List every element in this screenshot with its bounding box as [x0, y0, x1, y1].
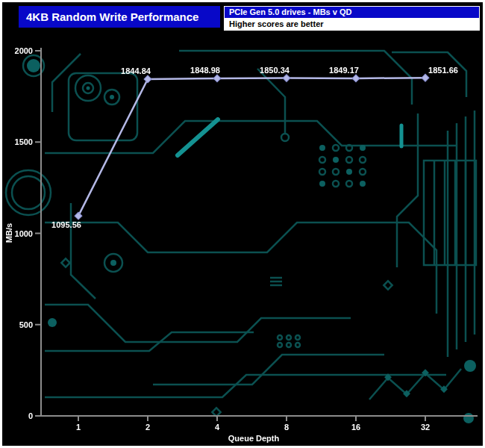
chart-title-banner: 4KB Random Write Performance	[19, 6, 220, 28]
svg-text:1000: 1000	[15, 229, 33, 238]
svg-text:1: 1	[76, 423, 81, 432]
svg-text:4: 4	[215, 423, 220, 432]
svg-text:1500: 1500	[15, 137, 33, 146]
svg-text:2000: 2000	[15, 46, 33, 55]
svg-text:1849.17: 1849.17	[329, 66, 359, 75]
svg-text:Queue Depth: Queue Depth	[228, 434, 280, 443]
svg-text:16: 16	[351, 423, 360, 432]
svg-text:8: 8	[284, 423, 289, 432]
svg-text:MB/s: MB/s	[4, 223, 13, 243]
chart-title: 4KB Random Write Performance	[26, 10, 198, 23]
legend-series-label: PCIe Gen 5.0 drives - MBs v QD	[225, 7, 479, 19]
svg-text:0: 0	[28, 411, 33, 420]
svg-text:32: 32	[421, 423, 430, 432]
svg-text:1095.56: 1095.56	[51, 220, 81, 229]
svg-text:2: 2	[146, 423, 150, 432]
chart-frame: 050010001500200012481632Queue DepthMB/s …	[0, 0, 485, 448]
legend-box: PCIe Gen 5.0 drives - MBs v QD Higher sc…	[224, 6, 480, 31]
svg-text:1850.34: 1850.34	[260, 66, 290, 75]
chart-header: 4KB Random Write Performance PCIe Gen 5.…	[0, 0, 485, 34]
series-line	[75, 74, 429, 220]
legend-note: Higher scores are better	[225, 19, 479, 30]
svg-text:1848.98: 1848.98	[190, 66, 220, 75]
svg-text:500: 500	[19, 320, 33, 329]
circuit-background-decoration	[6, 51, 476, 423]
svg-text:1844.84: 1844.84	[121, 66, 151, 75]
svg-text:1851.66: 1851.66	[428, 66, 458, 75]
performance-chart: 050010001500200012481632Queue DepthMB/s …	[0, 0, 485, 448]
